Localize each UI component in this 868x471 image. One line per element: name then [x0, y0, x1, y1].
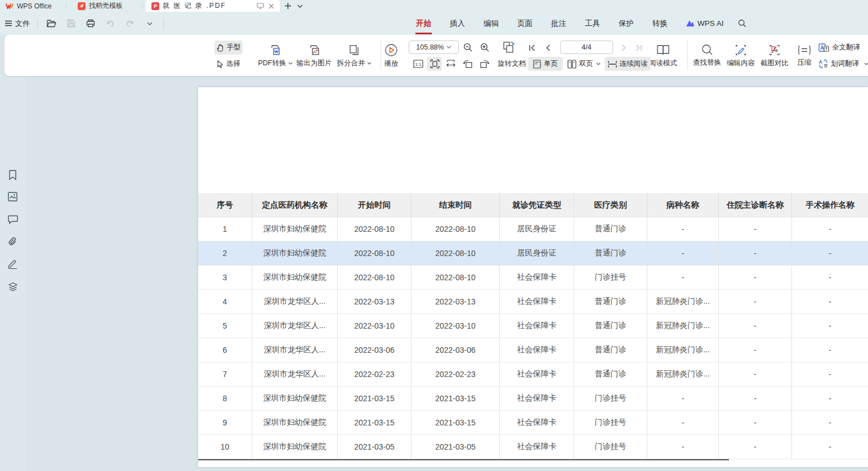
table-cell: 4 — [198, 290, 252, 314]
table-row[interactable]: 1深圳市妇幼保健院2022-08-102022-08-10居民身份证普通门诊--… — [198, 217, 868, 241]
table-header-cell: 定点医药机构名称 — [252, 193, 338, 217]
separator — [37, 19, 38, 29]
open-file-icon[interactable] — [45, 17, 57, 30]
menu-item-4[interactable]: 页面 — [517, 16, 533, 31]
table-cell: 社会保障卡 — [500, 314, 574, 338]
menu-item-5[interactable]: 批注 — [551, 16, 567, 31]
pdf-doc-icon: P — [151, 2, 159, 10]
pdf-convert-icon — [269, 44, 281, 56]
undo-icon[interactable] — [104, 17, 117, 30]
menu-item-1[interactable]: 开始 — [415, 16, 432, 31]
new-tab-icon[interactable] — [284, 2, 292, 10]
edit-content-label: 编辑内容 — [727, 59, 755, 68]
layers-icon[interactable] — [7, 280, 19, 292]
tab-docer-templates[interactable]: 找稻壳模板 — [72, 0, 143, 12]
redo-icon[interactable] — [124, 17, 136, 30]
find-replace-button[interactable]: 查找替换 — [690, 39, 724, 72]
table-cell: 2022-08-10 — [411, 217, 500, 241]
table-cell: 社会保障卡 — [500, 338, 574, 362]
table-row[interactable]: 5深圳市龙华区人...2022-03-102022-03-10社会保障卡普通门诊… — [198, 314, 868, 338]
chevron-down-icon — [596, 62, 601, 65]
table-cell: - — [719, 266, 792, 290]
hand-tool-button[interactable]: 手型 — [214, 41, 243, 55]
next-page-button[interactable] — [617, 41, 630, 55]
signature-pen-icon[interactable] — [7, 258, 19, 270]
tab-wps-home[interactable]: WPS Office — [0, 0, 66, 12]
search-menu-icon[interactable] — [738, 19, 746, 28]
table-cell: 普通门诊 — [574, 362, 647, 387]
single-page-button[interactable]: 单页 — [528, 57, 563, 71]
full-translate-button[interactable]: 全文翻译 — [818, 41, 860, 55]
table-row[interactable]: 4深圳市龙华区人...2022-03-132022-03-13社会保障卡普通门诊… — [198, 290, 868, 314]
play-button[interactable]: 播放 — [377, 39, 405, 72]
bookmark-icon[interactable] — [7, 169, 19, 181]
actual-size-button[interactable]: 1:1 — [411, 57, 426, 71]
word-translate-button[interactable]: 划词翻译 — [818, 57, 868, 71]
table-cell: 2022-03-10 — [411, 314, 500, 338]
window-tab-bar: WPS Office 找稻壳模板 P 就 医 记 录 .PDF — [0, 0, 868, 12]
single-page-icon — [533, 60, 541, 69]
menu-item-3[interactable]: 编辑 — [483, 16, 499, 31]
table-cell: - — [719, 241, 792, 266]
table-row[interactable]: 9深圳市妇幼保健院2021-03-152021-03-15社会保障卡门诊挂号--… — [198, 411, 868, 435]
next-page-icon — [621, 44, 627, 51]
table-cell: 2022-08-10 — [338, 217, 411, 241]
table-row[interactable]: 6深圳市龙华区人...2022-03-062022-03-06社会保障卡普通门诊… — [198, 338, 868, 362]
table-row[interactable]: 10深圳市妇幼保健院2021-03-052021-03-05社会保障卡门诊挂号-… — [198, 435, 868, 459]
wps-ai-button[interactable]: WPS AI — [686, 19, 724, 28]
thumbnail-icon[interactable] — [7, 191, 19, 203]
continuous-read-button[interactable]: 连续阅读 — [605, 57, 651, 71]
menu-item-6[interactable]: 工具 — [584, 16, 601, 31]
split-merge-button[interactable]: 拆分合并 — [331, 39, 377, 72]
table-row[interactable]: 3深圳市妇幼保健院2022-08-102022-08-10社会保障卡门诊挂号--… — [198, 266, 868, 290]
tab-list-chevron-icon[interactable] — [297, 5, 303, 8]
edit-content-button[interactable]: 编辑内容 — [724, 39, 758, 72]
previous-page-icon — [545, 44, 551, 51]
svg-text:1:1: 1:1 — [415, 62, 422, 67]
table-cell: 2021-03-05 — [338, 435, 411, 459]
file-menu-button[interactable]: 文件 — [5, 19, 30, 29]
menu-item-7[interactable]: 保护 — [618, 16, 634, 31]
table-header-row: 序号定点医药机构名称开始时间结束时间就诊凭证类型医疗类别病种名称住院主诊断名称手… — [198, 193, 868, 217]
zoom-in-button[interactable] — [477, 41, 492, 55]
previous-page-button[interactable] — [541, 41, 554, 55]
table-cell: - — [719, 338, 792, 362]
presentation-mode-icon[interactable] — [257, 3, 264, 9]
tab-document-pdf[interactable]: P 就 医 记 录 .PDF — [146, 0, 280, 12]
close-tab-icon[interactable] — [269, 3, 274, 9]
table-cell: - — [647, 217, 719, 241]
word-translate-icon — [818, 59, 828, 69]
table-cell: - — [792, 314, 868, 338]
double-page-button[interactable]: 双页 — [565, 57, 602, 71]
zoom-out-button[interactable] — [460, 41, 475, 55]
export-as-image-button[interactable]: 输出为图片 — [293, 39, 335, 72]
fit-page-icon — [430, 59, 440, 69]
select-tool-button[interactable]: 选择 — [214, 57, 243, 71]
separator — [687, 41, 688, 70]
rotate-right-button[interactable] — [477, 57, 492, 71]
fit-width-icon — [446, 60, 456, 68]
docer-icon — [78, 2, 86, 10]
left-panel-sidebar — [0, 79, 25, 471]
save-icon[interactable] — [65, 17, 77, 30]
table-row[interactable]: 2深圳市妇幼保健院2022-08-102022-08-10居民身份证普通门诊--… — [198, 241, 868, 266]
first-page-button[interactable] — [525, 41, 539, 55]
comment-icon[interactable] — [7, 213, 19, 225]
compress-button[interactable]: 压缩 — [791, 39, 817, 72]
menu-item-8[interactable]: 转换 — [652, 16, 668, 31]
quickbar-chevron-icon[interactable] — [144, 17, 156, 30]
rotate-pages-button[interactable] — [500, 39, 518, 55]
page-number-input[interactable]: 4/4 — [560, 41, 613, 54]
table-row[interactable]: 7深圳市龙华区人...2022-02-232022-02-23社会保障卡普通门诊… — [198, 362, 868, 387]
menu-row: 文件 开始插入编辑页面批注工具保护转换 WPS AI — [0, 12, 868, 35]
table-row[interactable]: 8深圳市妇幼保健院2021-03-152021-03-15社会保障卡门诊挂号--… — [198, 387, 868, 411]
zoom-level-select[interactable]: 105.88% — [409, 41, 459, 54]
rotate-document-button[interactable]: 旋转文档 — [495, 57, 528, 71]
fit-page-button[interactable] — [427, 57, 442, 71]
attachment-icon[interactable] — [7, 236, 19, 248]
screenshot-compare-button[interactable]: 截图对比 — [758, 39, 791, 72]
rotate-left-button[interactable] — [460, 57, 475, 71]
menu-item-2[interactable]: 插入 — [449, 16, 466, 31]
fit-width-button[interactable] — [444, 57, 458, 71]
print-icon[interactable] — [84, 17, 97, 30]
